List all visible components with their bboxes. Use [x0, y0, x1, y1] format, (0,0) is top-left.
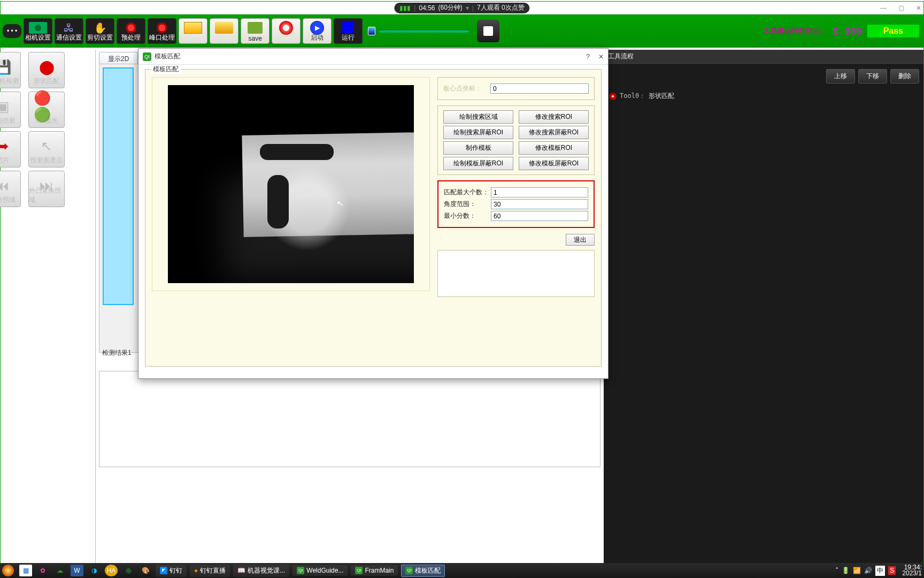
mail-icon	[182, 21, 204, 35]
palette-camera-detect[interactable]: 💾图相机检测	[0, 52, 21, 88]
tray-volume-icon[interactable]: 🔊	[864, 567, 872, 574]
task-weldguide[interactable]: QtWeldGuide...	[292, 565, 348, 576]
network-icon: 🖧	[58, 21, 80, 35]
more-button[interactable]: • • •	[3, 24, 21, 38]
wechat-icon[interactable]: ☁	[53, 565, 66, 576]
cube-icon: ▣	[0, 95, 16, 118]
crop-settings-button[interactable]: ✋剪切设置	[86, 18, 114, 44]
tool-name: 形状匹配	[649, 92, 674, 101]
min-score-input[interactable]	[491, 211, 588, 221]
task-mv-class[interactable]: 📖机器视觉课...	[233, 565, 289, 577]
explorer-icon[interactable]: ▦	[19, 565, 32, 576]
palette-centroid[interactable]: ↖投射面质点	[28, 131, 65, 168]
main-toolbar: • • • 相机设置 🖧通信设置 ✋剪切设置 预处理 峰口处理 save ▶启动…	[1, 14, 923, 48]
save-button[interactable]: save	[241, 18, 270, 44]
camera-icon	[29, 22, 47, 34]
start-button[interactable]	[2, 565, 14, 576]
move-up-button[interactable]: 上移	[826, 69, 855, 83]
delete-button[interactable]: 删除	[890, 69, 919, 83]
open-folder-button[interactable]	[210, 18, 238, 44]
palette-line-laser[interactable]: 🔴🟢3线激光	[28, 92, 65, 128]
stop-button[interactable]	[477, 20, 499, 42]
paint-icon[interactable]: 🎨	[139, 565, 152, 576]
record-button[interactable]	[272, 18, 301, 44]
tray-clock[interactable]: 19:34: 2023/1	[902, 565, 922, 576]
app-icon-3[interactable]: ◑	[88, 565, 101, 576]
stream-time: 04:56	[419, 4, 435, 12]
cursor-icon: ↖	[34, 135, 59, 157]
runtime-label: 工具链运行时间(s)：	[764, 26, 827, 36]
draw-template-mask-roi-button[interactable]: 绘制模板屏蔽ROI	[443, 157, 513, 170]
close-icon[interactable]: ✕	[598, 53, 604, 60]
task-frammain[interactable]: QtFramMain	[351, 565, 398, 576]
red-circle-icon: ⬤	[34, 56, 59, 78]
app-icon-1[interactable]: ✿	[36, 565, 49, 576]
modify-search-roi-button[interactable]: 修改搜索ROI	[519, 110, 589, 124]
draw-search-mask-roi-button[interactable]: 绘制搜索屏蔽ROI	[443, 126, 513, 139]
mail-button[interactable]	[179, 18, 207, 44]
angle-range-input[interactable]	[491, 199, 588, 209]
window-close-icon[interactable]: ✕	[916, 4, 921, 12]
task-dingtalk-live[interactable]: ●钉钉直播	[190, 565, 230, 577]
comm-settings-button[interactable]: 🖧通信设置	[55, 18, 83, 44]
log-box	[437, 250, 595, 297]
word-icon[interactable]: W	[71, 565, 83, 576]
skip-forward-icon: ⏭	[34, 174, 59, 197]
preprocess-button[interactable]: 预处理	[117, 18, 145, 44]
tray-wifi-icon[interactable]: 📶	[853, 567, 861, 574]
stop-icon	[483, 26, 493, 36]
run-button[interactable]: 运行	[334, 18, 363, 44]
palette-corner-a[interactable]: ⏮直角拐域	[0, 171, 21, 207]
coord-group: 板心点坐标：	[437, 77, 595, 100]
move-down-button[interactable]: 下移	[858, 69, 887, 83]
skip-back-icon: ⏮	[0, 174, 16, 197]
modify-search-mask-roi-button[interactable]: 修改搜索屏蔽ROI	[519, 126, 589, 139]
draw-search-region-button[interactable]: 绘制搜索区域	[443, 110, 513, 124]
tool-status-icon	[609, 93, 617, 100]
start-button[interactable]: ▶启动	[303, 18, 332, 44]
palette-slice[interactable]: ➡切片	[0, 131, 21, 168]
create-template-button[interactable]: 制作模板	[443, 141, 513, 155]
window-maximize-icon[interactable]: ▢	[898, 4, 904, 12]
camera-preview[interactable]: ↖	[168, 85, 414, 283]
palette-corner-b[interactable]: ⏭外凸直角拐域	[28, 171, 65, 207]
dialog-title-bar[interactable]: Qt 模板匹配 ? ✕	[138, 49, 608, 65]
tool-flow-panel: 工具流程 上移 下移 删除 Tool0： 形状匹配	[604, 50, 923, 565]
tray-sogou-icon[interactable]: S	[888, 566, 896, 575]
selection-rect	[103, 67, 134, 305]
peak-process-button[interactable]: 峰口处理	[148, 18, 176, 44]
app-icon-4[interactable]: HA	[105, 565, 118, 576]
slider-track[interactable]	[379, 29, 469, 33]
max-count-label: 匹配最大个数：	[444, 188, 491, 197]
tool-id: Tool0：	[620, 92, 645, 101]
slider-thumb[interactable]	[368, 27, 375, 35]
browser-icon[interactable]: ◎	[122, 565, 135, 576]
max-count-input[interactable]	[491, 187, 588, 197]
task-template-match[interactable]: Qt模板匹配	[401, 565, 445, 577]
tray-ime-badge[interactable]: 中	[875, 566, 885, 576]
camera-settings-button[interactable]: 相机设置	[24, 18, 52, 44]
help-icon[interactable]: ?	[586, 53, 590, 60]
tool-palette: 💾图相机检测 ⬤形状匹配 ▣化与仿射 🔴🟢3线激光 ➡切片 ↖投射面质点 ⏮直角…	[1, 50, 96, 565]
hand-icon: ✋	[89, 21, 111, 35]
tray-battery-icon[interactable]: 🔋	[842, 567, 850, 574]
coord-input[interactable]	[490, 83, 589, 94]
fieldset-legend: 模板匹配	[151, 65, 181, 74]
save-icon	[244, 21, 266, 35]
tool-item-0[interactable]: Tool0： 形状匹配	[604, 89, 923, 103]
modify-template-mask-roi-button[interactable]: 修改模板屏蔽ROI	[519, 157, 589, 170]
dialog-title: 模板匹配	[155, 52, 180, 61]
palette-shape-match[interactable]: ⬤形状匹配	[28, 52, 65, 88]
modify-template-roi-button[interactable]: 修改模板ROI	[519, 141, 589, 155]
system-tray[interactable]: ˄ 🔋 📶 🔊 中 S 19:34: 2023/1	[835, 565, 922, 576]
exit-button[interactable]: 退出	[566, 234, 595, 246]
task-dingtalk[interactable]: ◤钉钉	[156, 565, 187, 577]
windows-taskbar[interactable]: ▦ ✿ ☁ W ◑ HA ◎ 🎨 ◤钉钉 ●钉钉直播 📖机器视觉课... QtW…	[0, 563, 924, 578]
pass-badge: Pass	[867, 25, 919, 37]
window-minimize-icon[interactable]: —	[880, 4, 887, 12]
runtime-value: 0.000	[833, 26, 861, 37]
roi-buttons-group: 绘制搜索区域 修改搜索ROI 绘制搜索屏蔽ROI 修改搜索屏蔽ROI 制作模板 …	[437, 105, 595, 175]
tray-chevron-icon[interactable]: ˄	[835, 567, 838, 574]
match-params-group: 匹配最大个数： 角度范围： 最小分数：	[437, 180, 595, 228]
palette-affine[interactable]: ▣化与仿射	[0, 92, 21, 128]
